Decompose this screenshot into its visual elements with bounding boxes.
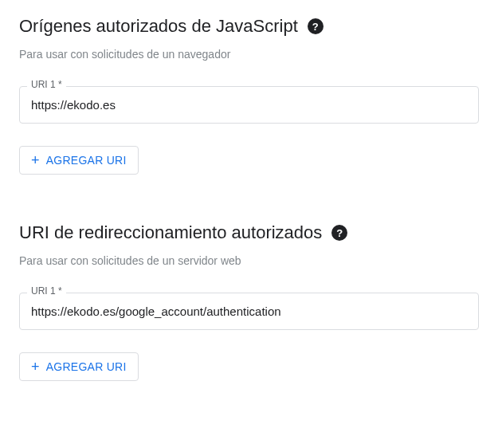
js-origins-title: Orígenes autorizados de JavaScript: [19, 16, 298, 37]
uri-field-wrapper: URI 1 *: [19, 293, 479, 330]
js-origins-uri-input[interactable]: [19, 86, 479, 124]
js-origins-section: Orígenes autorizados de JavaScript ? Par…: [19, 16, 479, 175]
help-icon[interactable]: ?: [331, 225, 347, 241]
redirect-uris-section: URI de redireccionamiento autorizados ? …: [19, 222, 479, 381]
plus-icon: +: [31, 360, 40, 374]
add-button-label: AGREGAR URI: [46, 360, 127, 373]
add-button-label: AGREGAR URI: [46, 154, 127, 167]
redirect-uris-description: Para usar con solicitudes de un servidor…: [19, 254, 479, 267]
uri-field-label: URI 1 *: [27, 79, 66, 90]
section-header: Orígenes autorizados de JavaScript ?: [19, 16, 479, 37]
add-uri-button[interactable]: + AGREGAR URI: [19, 352, 139, 381]
uri-field-wrapper: URI 1 *: [19, 86, 479, 124]
js-origins-description: Para usar con solicitudes de un navegado…: [19, 48, 479, 61]
redirect-uris-uri-input[interactable]: [19, 293, 479, 330]
section-header: URI de redireccionamiento autorizados ?: [19, 222, 479, 243]
plus-icon: +: [31, 153, 40, 167]
uri-field-label: URI 1 *: [27, 285, 66, 297]
help-icon[interactable]: ?: [308, 18, 324, 34]
add-uri-button[interactable]: + AGREGAR URI: [19, 146, 139, 175]
redirect-uris-title: URI de redireccionamiento autorizados: [19, 222, 322, 243]
